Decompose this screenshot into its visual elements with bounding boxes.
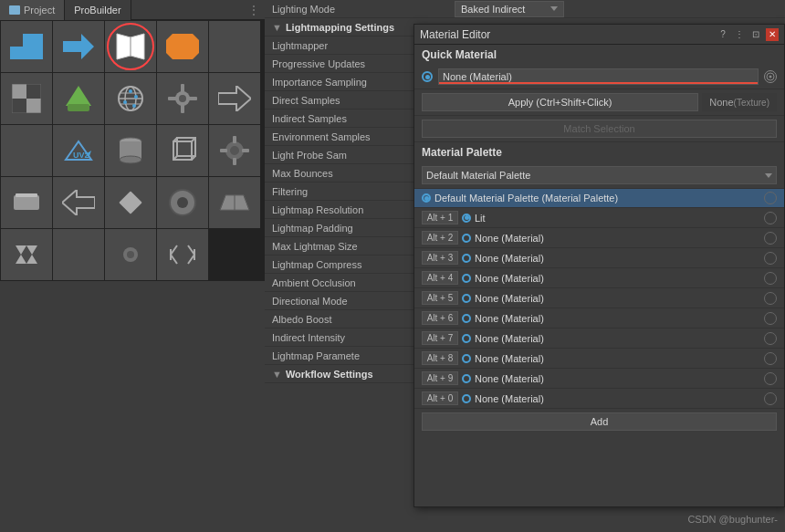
close-button[interactable]: ✕ [766,28,779,41]
none-material-radio[interactable] [422,71,433,82]
svg-marker-1 [166,34,199,59]
palette-item-circle-default[interactable] [764,192,777,204]
alt-badge-3: Alt + 4 [422,271,458,285]
toolbar-cell-arrow2[interactable] [157,229,208,280]
toolbar-cell-paint[interactable] [53,73,104,124]
toolbar-cell-uv[interactable]: UV2 [53,125,104,176]
toolbar-cell-empty2[interactable] [1,125,52,176]
palette-item-4[interactable]: Alt + 5 None (Material) [414,288,784,308]
item-circle-2[interactable] [764,252,777,265]
item-radio-9 [462,394,471,403]
menu-dots-icon[interactable]: ⋮ [733,28,746,41]
svg-rect-37 [233,158,236,165]
toolbar-cell-cylinder[interactable] [105,125,156,176]
item-radio-7 [462,354,471,363]
palette-radio-dot [424,196,429,201]
toolbar-cell-gear[interactable] [157,73,208,124]
palette-item-7[interactable]: Alt + 8 None (Material) [414,349,784,369]
item-circle-7[interactable] [764,352,777,365]
gear-icon [166,82,199,115]
panel-menu-icon[interactable]: ⋮ [243,4,265,16]
cube-wire-icon [166,134,199,167]
svg-point-44 [177,197,188,208]
svg-point-16 [123,100,127,104]
item-circle-4[interactable] [764,292,777,305]
material-editor: Material Editor ? ⋮ ⊡ ✕ Quick Material N… [413,24,785,507]
toolbar-cell-checker[interactable] [1,73,52,124]
item-circle-3[interactable] [764,272,777,285]
item-radio-0 [462,214,471,223]
globe-icon [114,82,147,115]
empty1-icon [218,30,251,63]
item-radio-2 [462,254,471,263]
item-circle-8[interactable] [764,372,777,385]
svg-text:UV2: UV2 [73,151,89,160]
item-circle-1[interactable] [764,232,777,245]
svg-point-15 [134,95,138,99]
toolbar-grid: UV2 [0,20,265,281]
svg-point-50 [127,251,134,258]
svg-rect-4 [12,99,26,113]
palette-item-6[interactable]: Alt + 7 None (Material) [414,329,784,349]
toolbar-cell-extrude[interactable] [53,21,104,72]
palette-option-default[interactable]: Default Material Palette (Material Palet… [414,189,784,208]
palette-item-2[interactable]: Alt + 3 None (Material) [414,248,784,268]
tab-project[interactable]: Project [0,0,65,20]
palette-dropdown-row: Default Material Palette [414,162,784,189]
toolbar-cell-gear-settings[interactable] [209,125,260,176]
palette-item-9[interactable]: Alt + 0 None (Material) [414,389,784,409]
toolbar-cell-empty3[interactable] [53,229,104,280]
none-material-field[interactable]: None (Material) [438,68,759,85]
svg-rect-22 [168,97,177,100]
toolbar-cell-gear2[interactable] [105,229,156,280]
palette-item-1[interactable]: Alt + 2 None (Material) [414,228,784,248]
toolbar-cell-arrow[interactable] [209,73,260,124]
lighting-mode-dropdown[interactable]: Baked Indirect [455,1,564,17]
add-button[interactable]: Add [422,412,777,431]
palette-item-0[interactable]: Alt + 1 Lit [414,208,784,228]
item-circle-5[interactable] [764,312,777,325]
toolbar-cell-diamond[interactable] [105,177,156,228]
palette-item-5[interactable]: Alt + 6 None (Material) [414,308,784,329]
expand-icon[interactable]: ⊡ [749,28,762,41]
toolbar-cell-book[interactable] [105,21,156,72]
svg-rect-3 [26,84,41,99]
match-selection-button[interactable]: Match Selection [422,120,777,138]
toolbar-cell-arrow-back[interactable] [53,177,104,228]
material-target-icon[interactable] [764,70,777,83]
item-circle-9[interactable] [764,392,777,405]
alt-badge-6: Alt + 7 [422,331,458,345]
toolbar-cell-globe[interactable] [105,73,156,124]
item-circle-0[interactable] [764,212,777,224]
tab-probuilder[interactable]: ProBuilder [65,0,131,20]
workflow-triangle: ▼ [272,369,282,380]
toolbar-cell-plane[interactable] [209,177,260,228]
toolbar-cell-flat-box[interactable] [1,177,52,228]
item-radio-1 [462,234,471,243]
disc-icon [166,186,199,219]
left-panel: Project ProBuilder ⋮ [0,0,265,532]
alt-badge-9: Alt + 0 [422,391,458,405]
cylinder-icon [114,134,147,167]
palette-item-8[interactable]: Alt + 9 None (Material) [414,369,784,389]
toolbar-cell-smooth[interactable] [157,21,208,72]
item-radio-6 [462,334,471,343]
help-icon[interactable]: ? [717,28,729,41]
titlebar-icons: ? ⋮ ⊡ ✕ [717,28,779,41]
alt-badge-4: Alt + 5 [422,291,458,305]
flat-box-icon [10,186,43,219]
item-name-2: None (Material) [475,253,760,264]
alt-badge-2: Alt + 3 [422,251,458,265]
svg-rect-40 [14,195,39,210]
toolbar-cell-disc[interactable] [157,177,208,228]
palette-item-3[interactable]: Alt + 4 None (Material) [414,268,784,288]
toolbar-cell-empty1[interactable] [209,21,260,72]
toolbar-cell-cube-wire[interactable] [157,125,208,176]
palette-select-dropdown[interactable]: Default Material Palette [422,166,777,184]
toolbar-cell-sym[interactable] [1,229,52,280]
new-shape-icon [10,30,43,63]
item-circle-6[interactable] [764,332,777,345]
gear2-icon [114,238,147,271]
toolbar-cell-new-shape[interactable] [1,21,52,72]
apply-button[interactable]: Apply (Ctrl+Shift+Click) [422,93,698,111]
